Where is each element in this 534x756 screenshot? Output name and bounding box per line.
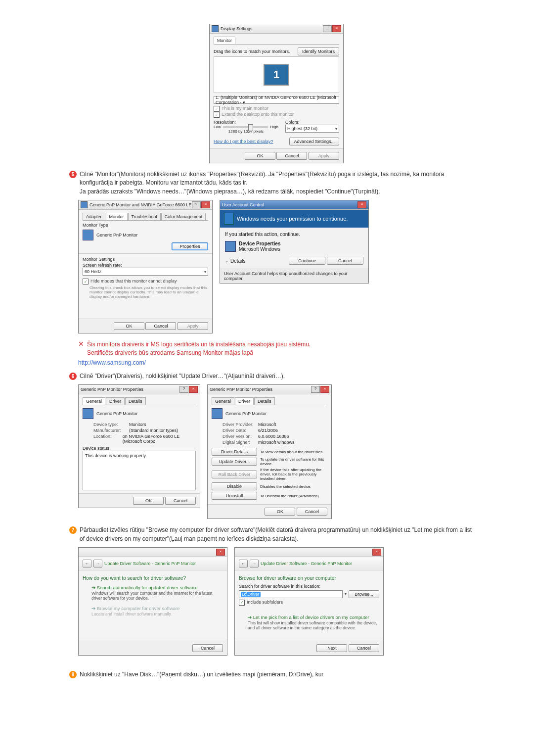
uac-footer: User Account Control helps stop unauthor… [220, 269, 368, 283]
step-5-text: Cilnē "Monitor"(Monitors) noklikšķiniet … [80, 170, 475, 196]
cancel-button[interactable]: Cancel [297, 508, 327, 516]
tab-monitor[interactable]: Monitor [214, 37, 235, 44]
monitor-select[interactable]: 1. (Multiple Monitors) on NVIDIA GeForce… [214, 96, 339, 104]
rollback-driver-button: Roll Back Driver [212, 471, 257, 478]
window-title: Generic PnP Monitor Properties [81, 387, 179, 392]
tab-details[interactable]: Details [125, 397, 146, 405]
tab-driver[interactable]: Driver [235, 397, 254, 405]
step-8: 8 Noklikšķiniet uz "Have Disk…"(Paņemt d… [69, 670, 475, 679]
uac-program: Device Properties [239, 241, 281, 246]
tab-general[interactable]: General [83, 397, 105, 405]
properties-button[interactable]: Properties [172, 242, 208, 250]
advanced-settings-button[interactable]: Advanced Settings... [289, 138, 339, 145]
refresh-rate-label: Screen refresh rate: [83, 263, 208, 268]
cancel-button[interactable]: Cancel [165, 497, 196, 505]
tab-driver[interactable]: Driver [106, 397, 125, 405]
tabs: Monitor [214, 37, 339, 45]
uninstall-button[interactable]: Uninstall [212, 492, 257, 500]
ok-button[interactable]: OK [114, 322, 144, 330]
details-toggle[interactable]: Details [230, 258, 246, 264]
tab-color[interactable]: Color Management [161, 213, 206, 220]
tab-adapter[interactable]: Adapter [83, 213, 105, 220]
uac-permission-text: Windows needs your permission to contion… [237, 216, 348, 222]
drag-instruction: Drag the icons to match your monitors. [214, 49, 290, 54]
monitor-icon [83, 230, 93, 240]
device-driver-window: Generic PnP Monitor Properties ?× Genera… [207, 384, 332, 519]
chevron-down-icon[interactable]: ⌄ [225, 259, 228, 263]
apply-button: Apply [309, 152, 339, 160]
cancel-button[interactable]: Cancel [327, 257, 363, 265]
disable-button[interactable]: Disable [212, 482, 257, 490]
tab-details[interactable]: Details [254, 397, 275, 405]
step-5: 5 Cilnē "Monitor"(Monitors) noklikšķinie… [69, 170, 475, 196]
window-icon [212, 25, 219, 32]
window-title: Generic PnP Monitor Properties [210, 387, 311, 392]
forward-button: → [250, 560, 259, 567]
device-name: Generic PnP Monitor [225, 411, 267, 416]
resolution-value: 1280 by 1024 pixels [214, 129, 278, 134]
driver-details-button[interactable]: Driver Details [212, 448, 257, 456]
colors-select[interactable]: Highest (32 bit)▾ [285, 125, 339, 133]
close-button[interactable]: × [320, 386, 329, 393]
cancel-button[interactable]: Cancel [276, 152, 307, 160]
close-button[interactable]: × [372, 549, 381, 556]
close-button[interactable]: × [216, 549, 225, 556]
cancel-button[interactable]: Cancel [192, 644, 223, 652]
cancel-button[interactable]: Cancel [349, 644, 379, 652]
window-title: User Account Control [222, 202, 357, 207]
samsung-link[interactable]: http://www.samsung.com/ [78, 359, 475, 366]
ok-button[interactable]: OK [133, 497, 164, 505]
close-button[interactable]: × [332, 25, 341, 32]
step-8-text: Noklikšķiniet uz "Have Disk…"(Paņemt dis… [80, 670, 323, 679]
monitor-1-icon[interactable]: 1 [264, 64, 289, 86]
option-pick-from-list[interactable]: ➔ Let me pick from a list of device driv… [248, 614, 377, 630]
option-browse[interactable]: ➔ Browse my computer for driver software… [91, 606, 221, 616]
tab-monitor[interactable]: Monitor [106, 213, 128, 220]
forward-button: → [93, 560, 102, 567]
window-title: Display Settings [221, 26, 323, 31]
help-link[interactable]: How do I get the best display? [214, 139, 273, 144]
update-driver-button[interactable]: Update Driver... [212, 458, 257, 466]
browse-button[interactable]: Browse... [349, 590, 379, 598]
back-button[interactable]: ← [239, 560, 248, 567]
minimize-button[interactable]: _ [323, 25, 332, 32]
close-button[interactable]: × [357, 201, 366, 208]
include-subfolders-checkbox[interactable]: ✓ [239, 600, 245, 606]
hide-modes-desc: Clearing this check box allows you to se… [89, 285, 208, 299]
step-7-text: Pārbaudiet izvēles rūtiņu "Browse my com… [80, 526, 475, 543]
tab-troubleshoot[interactable]: Troubleshoot [128, 213, 161, 220]
chevron-down-icon[interactable]: ▾ [345, 592, 347, 596]
monitor-properties-window: Generic PnP Monitor and NVIDIA GeForce 6… [78, 200, 213, 333]
path-input[interactable]: D:\Driver [239, 590, 343, 598]
colors-label: Colors: [285, 120, 339, 125]
monitor-icon [83, 408, 93, 419]
help-button[interactable]: ? [192, 201, 201, 208]
extend-desktop-checkbox: ✓ Extend the desktop onto this monitor [214, 112, 339, 118]
identify-monitors-button[interactable]: Identify Monitors [298, 47, 339, 55]
next-button[interactable]: Next [316, 644, 347, 652]
x-icon: ✕ [78, 340, 84, 348]
window-controls: _ × [323, 25, 341, 32]
display-settings-window: Display Settings _ × Monitor Drag the ic… [209, 24, 344, 163]
back-button[interactable]: ← [83, 560, 91, 567]
window-title: Generic PnP Monitor and NVIDIA GeForce 6… [89, 202, 192, 207]
bullet-6-icon: 6 [69, 373, 77, 380]
wizard-heading: Browse for driver software on your compu… [239, 575, 379, 581]
resolution-slider[interactable] [223, 126, 268, 128]
hide-modes-checkbox[interactable]: ✓ [83, 279, 89, 284]
step-6-text: Cilnē "Driver"(Draiveris), noklikšķiniet… [80, 372, 285, 380]
close-button[interactable]: × [201, 201, 210, 208]
app-icon [225, 241, 236, 252]
close-button[interactable]: × [189, 386, 198, 393]
resolution-label: Resolution: [214, 120, 278, 125]
uac-started-text: If you started this action, continue. [225, 232, 363, 237]
option-auto-search[interactable]: ➔ Search automatically for updated drive… [91, 585, 221, 601]
certification-note: ✕ Šis monitora draiveris ir MS logo sert… [78, 340, 475, 357]
ok-button[interactable]: OK [245, 152, 275, 160]
cancel-button[interactable]: Cancel [145, 322, 176, 330]
continue-button[interactable]: Continue [289, 257, 325, 265]
ok-button[interactable]: OK [265, 508, 295, 516]
refresh-rate-select[interactable]: 60 Hertz▾ [83, 268, 208, 276]
tab-general[interactable]: General [212, 397, 234, 405]
bullet-5-icon: 5 [69, 171, 77, 178]
